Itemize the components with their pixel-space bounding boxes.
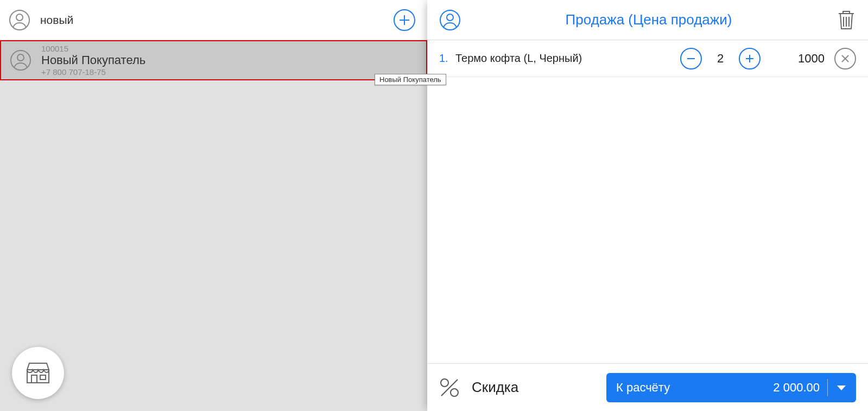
sale-panel: Продажа (Цена продажи) 1. Термо кофта (L…	[427, 0, 868, 411]
customer-search-panel: новый 100015 Новый Покупатель +7 800 707…	[0, 0, 427, 411]
percent-icon	[437, 375, 462, 400]
cart-row[interactable]: 1. Термо кофта (L, Черный) 2 1	[427, 40, 868, 77]
sale-header: Продажа (Цена продажи)	[427, 0, 868, 40]
tooltip: Новый Покупатель	[375, 74, 446, 85]
checkout-label: К расчёту	[616, 381, 773, 395]
add-customer-button[interactable]	[394, 9, 415, 31]
cart-item-name: Термо кофта (L, Черный)	[455, 52, 665, 65]
discount-button[interactable]: Скидка	[434, 375, 518, 400]
remove-item-button[interactable]	[834, 48, 856, 69]
increment-button[interactable]	[739, 48, 761, 69]
divider	[827, 379, 828, 396]
customer-phone: +7 800 707-18-75	[41, 67, 145, 77]
person-icon	[9, 9, 30, 31]
trash-icon	[837, 9, 856, 31]
svg-point-8	[447, 14, 453, 21]
sale-title[interactable]: Продажа (Цена продажи)	[467, 11, 830, 28]
minus-icon	[686, 53, 696, 64]
quantity-value: 2	[714, 52, 727, 66]
close-icon	[840, 54, 850, 64]
customer-id: 100015	[41, 44, 145, 53]
customer-result-row[interactable]: 100015 Новый Покупатель +7 800 707-18-75	[0, 40, 427, 80]
decrement-button[interactable]	[680, 48, 702, 69]
svg-point-17	[441, 379, 448, 387]
search-input[interactable]: новый	[40, 14, 394, 27]
customer-search-header: новый	[0, 0, 427, 40]
quantity-stepper: 2	[680, 48, 761, 69]
customer-info: 100015 Новый Покупатель +7 800 707-18-75	[41, 44, 145, 77]
cart-item-index: 1.	[439, 52, 455, 65]
customer-name: Новый Покупатель	[41, 53, 145, 67]
checkout-button[interactable]: К расчёту 2 000.00	[606, 373, 856, 402]
checkout-dropdown-button[interactable]	[837, 381, 846, 395]
storefront-icon	[24, 359, 52, 387]
svg-point-1	[16, 14, 23, 21]
svg-rect-6	[40, 375, 46, 380]
shop-button[interactable]	[12, 347, 64, 399]
cart-items: 1. Термо кофта (L, Черный) 2 1	[427, 40, 868, 363]
svg-point-5	[17, 54, 24, 61]
clear-cart-button[interactable]	[837, 9, 856, 31]
cart-item-price: 1000	[776, 52, 825, 66]
caret-down-icon	[837, 381, 846, 395]
customer-select-button[interactable]	[439, 9, 461, 31]
discount-label: Скидка	[472, 379, 518, 396]
checkout-amount: 2 000.00	[773, 381, 820, 395]
plus-icon	[398, 14, 410, 26]
svg-point-18	[451, 389, 458, 396]
person-icon	[10, 49, 31, 71]
plus-icon	[744, 53, 755, 64]
sale-footer: Скидка К расчёту 2 000.00	[427, 363, 868, 411]
svg-line-19	[441, 380, 458, 396]
